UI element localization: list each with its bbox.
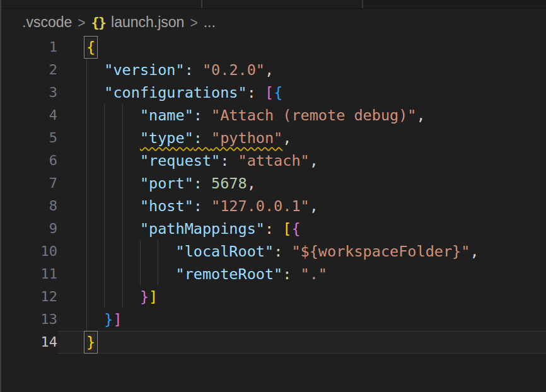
code-segment: "version" <box>104 61 184 79</box>
code-content: }] <box>57 308 546 331</box>
code-segment: } <box>104 311 113 328</box>
code-line[interactable]: 1{ <box>0 36 546 59</box>
code-line[interactable]: 5 "type": "python", <box>0 127 546 149</box>
code-line[interactable]: 11 "remoteRoot": "." <box>0 263 546 285</box>
code-line[interactable]: 12 }] <box>0 285 546 308</box>
code-line[interactable]: 4 "name": "Attach (remote debug)", <box>0 104 546 127</box>
indent-guide <box>86 263 87 285</box>
indent-guide <box>86 217 87 240</box>
indent-guide <box>122 149 123 172</box>
indent-guide <box>86 285 87 308</box>
breadcrumb-item-symbol[interactable]: ... <box>204 14 216 31</box>
code-content: "type": "python", <box>57 127 546 149</box>
indent-guide <box>86 81 87 104</box>
code-content: "host": "127.0.0.1", <box>57 195 546 217</box>
code-segment: "configurations" <box>104 84 247 101</box>
code-line[interactable]: 13 }] <box>0 308 546 331</box>
code-segment <box>86 152 140 170</box>
code-line[interactable]: 3 "configurations": [{ <box>0 81 546 104</box>
indent-guide <box>158 263 158 285</box>
line-number[interactable]: 2 <box>0 59 57 81</box>
code-segment <box>86 84 104 101</box>
indent-guide <box>104 195 105 217</box>
code-line[interactable]: 9 "pathMappings": [{ <box>0 217 546 240</box>
code-segment <box>86 243 175 260</box>
code-line[interactable]: 10 "localRoot": "${workspaceFolder}", <box>0 240 546 263</box>
code-content: "localRoot": "${workspaceFolder}", <box>57 240 546 263</box>
code-segment: "request" <box>140 152 220 170</box>
line-number[interactable]: 4 <box>0 104 57 127</box>
code-line[interactable]: 7 "port": 5678, <box>0 172 546 195</box>
code-editor[interactable]: 1{2 "version": "0.2.0",3 "configurations… <box>0 36 546 354</box>
line-number[interactable]: 3 <box>0 81 57 104</box>
chevron-right-icon: > <box>190 14 197 32</box>
indent-guide <box>158 240 158 263</box>
line-number[interactable]: 1 <box>0 36 57 59</box>
warning-squiggle: "type": "python" <box>140 129 282 147</box>
code-segment: : <box>194 197 211 215</box>
code-segment: "Attach (remote debug)" <box>211 107 416 124</box>
line-number[interactable]: 8 <box>0 195 57 217</box>
breadcrumb: .vscode > {} launch.json > ... <box>0 9 546 36</box>
code-content: }] <box>57 285 546 308</box>
code-segment: [ <box>265 84 274 101</box>
code-line[interactable]: 6 "request": "attach", <box>0 149 546 172</box>
code-segment: "remoteRoot" <box>175 265 282 283</box>
code-segment: , <box>265 61 274 79</box>
bracket-match: } <box>86 333 95 351</box>
line-number[interactable]: 7 <box>0 172 57 195</box>
code-segment <box>86 197 140 215</box>
code-segment: "attach" <box>238 152 310 170</box>
code-segment <box>86 129 140 147</box>
code-segment: "." <box>301 265 327 283</box>
breadcrumb-item-file[interactable]: launch.json <box>111 14 184 31</box>
code-segment <box>86 311 104 328</box>
line-number[interactable]: 5 <box>0 127 57 149</box>
code-segment: , <box>282 129 291 147</box>
tab-segment[interactable] <box>0 0 201 8</box>
line-number[interactable]: 6 <box>0 149 57 172</box>
chevron-right-icon: > <box>78 14 85 32</box>
code-line[interactable]: 8 "host": "127.0.0.1", <box>0 195 546 217</box>
indent-guide <box>104 127 105 149</box>
line-number[interactable]: 14 <box>0 331 57 354</box>
code-segment: { <box>274 84 282 101</box>
tab-segment[interactable] <box>363 0 546 8</box>
code-segment: "pathMappings" <box>140 220 265 238</box>
code-segment <box>86 175 140 192</box>
indent-guide <box>86 104 87 127</box>
line-number[interactable]: 11 <box>0 263 57 285</box>
breadcrumb-item-folder[interactable]: .vscode <box>22 14 72 31</box>
indent-guide <box>86 127 87 149</box>
code-segment: : <box>220 152 238 170</box>
line-number[interactable]: 12 <box>0 285 57 308</box>
line-number[interactable]: 9 <box>0 217 57 240</box>
code-content: "port": 5678, <box>57 172 546 195</box>
code-segment: : <box>265 220 282 238</box>
code-segment: "0.2.0" <box>202 61 265 79</box>
indent-guide <box>122 104 123 127</box>
code-segment: : <box>194 129 211 147</box>
code-segment: "127.0.0.1" <box>211 197 310 215</box>
code-segment <box>86 265 175 283</box>
code-segment: : <box>194 175 211 192</box>
code-segment: "name" <box>140 107 194 124</box>
code-segment: ] <box>113 311 122 328</box>
tab-segment[interactable] <box>202 0 362 8</box>
indent-guide <box>140 240 141 263</box>
code-segment <box>86 61 104 79</box>
code-segment: "port" <box>140 175 194 192</box>
indent-guide <box>86 240 87 263</box>
code-segment: } <box>140 288 149 306</box>
indent-guide <box>104 149 105 172</box>
code-segment <box>86 107 140 124</box>
tab-bar <box>0 0 546 9</box>
code-segment: : <box>282 265 300 283</box>
line-number[interactable]: 10 <box>0 240 57 263</box>
code-segment: "python" <box>211 129 282 147</box>
indent-guide <box>122 240 123 263</box>
indent-guide <box>140 263 141 285</box>
line-number[interactable]: 13 <box>0 308 57 331</box>
code-line[interactable]: 2 "version": "0.2.0", <box>0 59 546 81</box>
code-line[interactable]: 14} <box>0 331 546 354</box>
